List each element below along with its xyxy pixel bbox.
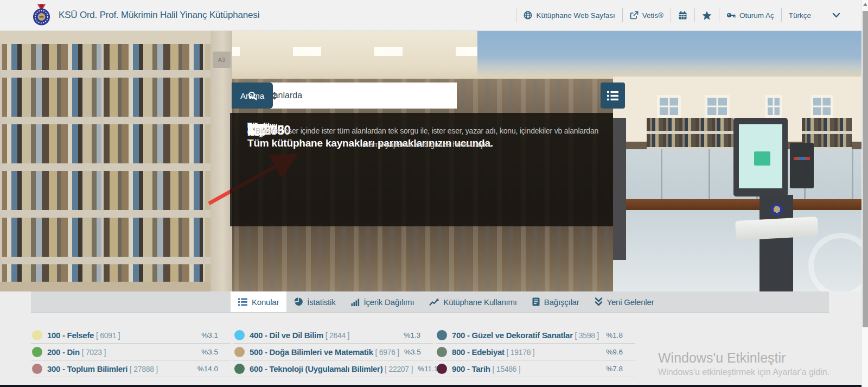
subject-count: [ 15486 ] <box>493 365 521 373</box>
header: KSÜ Ord. Prof. Mükrimin Halil Yinanç Küt… <box>0 0 861 31</box>
nav-login[interactable]: Oturum Aç <box>719 8 781 22</box>
page-title: KSÜ Ord. Prof. Mükrimin Halil Yinanç Küt… <box>59 10 259 21</box>
subject-color-dot <box>437 364 447 374</box>
photo-wood-rail <box>613 199 861 210</box>
subject-percent: %7.8 <box>606 365 634 373</box>
nav-expand[interactable] <box>818 8 847 22</box>
photo-window <box>765 95 782 118</box>
subject-count: [ 7023 ] <box>82 348 106 357</box>
book-icon <box>532 297 540 306</box>
bar-chart-icon <box>351 298 360 306</box>
subject-percent: %14.0 <box>197 365 229 373</box>
tab-istatistik[interactable]: İstatistik <box>286 291 343 312</box>
tagline-description: Binlerce eser içinde ister tüm alanlarda… <box>247 124 607 151</box>
subject-percent: %3.5 <box>201 348 229 356</box>
nav-library-website-label: Kütüphane Web Sayfası <box>536 11 615 20</box>
taskbar-edge <box>0 385 868 387</box>
subject-count: [ 6091 ] <box>96 331 120 340</box>
tab-bagiscilar[interactable]: Bağışçılar <box>525 291 587 312</box>
advanced-list-button[interactable] <box>601 83 625 109</box>
nav-vetis[interactable]: Vetis® <box>622 8 671 22</box>
subject-label: 200 - Din [ 7023 ] <box>47 347 106 357</box>
photo-window <box>810 95 833 118</box>
tab-kutuphane-kullanimi[interactable]: Kütüphane Kullanımı <box>422 291 524 312</box>
nav-calendar[interactable] <box>671 8 694 22</box>
calendar-icon <box>678 11 687 20</box>
photo-bookshelves <box>0 31 212 291</box>
kiosk-screen-tile <box>754 151 770 166</box>
subject-label: 300 - Toplum Bilimleri [ 27888 ] <box>47 364 158 373</box>
tab-yeni-gelenler-label: Yeni Gelenler <box>607 297 654 307</box>
subject-label: 400 - Dil ve Dil Bilim [ 2644 ] <box>250 331 349 340</box>
subject-percent: %1.3 <box>404 331 432 339</box>
subject-label: 800 - Edebiyat [ 19178 ] <box>452 347 534 357</box>
subject-row-700[interactable]: 700 - Güzel ve Dekoratif Sanatlar [ 3598… <box>436 327 635 344</box>
nav-language[interactable]: Türkçe <box>781 8 818 22</box>
subject-count: [ 27888 ] <box>130 365 158 373</box>
kiosk-indicator-lights <box>794 157 810 160</box>
subject-row-500[interactable]: 500 - Doğa Bilimleri ve Matematik [ 6976… <box>233 344 433 360</box>
photo-sky <box>477 31 861 78</box>
windows-activation-watermark: Windows'u Etkinleştir Windows'u etkinleş… <box>658 350 829 377</box>
globe-icon <box>524 11 532 20</box>
vertical-scrollbar[interactable] <box>861 0 868 387</box>
pie-chart-icon <box>294 297 303 306</box>
photo-far-bookshelf <box>647 118 733 149</box>
double-chevron-down-icon <box>595 297 603 306</box>
subject-row-300[interactable]: 300 - Toplum Bilimleri [ 27888 ]%14.0 <box>31 360 231 377</box>
subject-label: 500 - Doğa Bilimleri ve Matematik [ 6976… <box>250 347 399 357</box>
subject-row-800[interactable]: 800 - Edebiyat [ 19178 ]%9.6 <box>436 344 635 360</box>
tab-konular[interactable]: Konular <box>231 291 286 312</box>
tab-yeni-gelenler[interactable]: Yeni Gelenler <box>587 291 662 312</box>
subject-label: 100 - Felsefe [ 6091 ] <box>47 331 120 340</box>
subject-color-dot <box>32 347 42 357</box>
subject-row-900[interactable]: 900 - Tarih [ 15486 ]%7.8 <box>436 360 635 377</box>
subject-count: [ 19178 ] <box>507 348 535 357</box>
subject-color-dot <box>234 364 245 374</box>
tab-bagiscilar-label: Bağışçılar <box>544 297 579 307</box>
subject-color-dot <box>234 330 245 340</box>
scrollbar-up-arrow[interactable] <box>863 3 867 6</box>
subject-label: 600 - Teknoloji (Uygulamalı Bilimler) [ … <box>250 364 413 373</box>
nav-login-label: Oturum Aç <box>739 11 774 20</box>
tab-icerik-dagilimi-label: İçerik Dağılımı <box>364 297 414 307</box>
kiosk-logo <box>770 204 783 217</box>
external-link-icon <box>630 11 639 20</box>
list-icon <box>607 91 618 101</box>
line-chart-icon <box>429 298 439 306</box>
nav-library-website[interactable]: Kütüphane Web Sayfası <box>516 8 622 22</box>
subject-color-dot <box>234 347 245 357</box>
search-bar: Tüm Alanlarda Arama <box>232 83 457 109</box>
watermark-subtitle: Windows'u etkinleştirmek için Ayarlar'a … <box>658 367 829 377</box>
search-button[interactable]: Arama <box>232 83 273 109</box>
subject-color-dot <box>32 330 42 340</box>
subject-row-600[interactable]: 600 - Teknoloji (Uygulamalı Bilimler) [ … <box>233 360 433 377</box>
subject-row-400[interactable]: 400 - Dil ve Dil Bilim [ 2644 ]%1.3 <box>233 327 433 344</box>
key-icon <box>726 11 736 20</box>
tab-istatistik-label: İstatistik <box>307 297 335 307</box>
shelf-sign: A3 <box>213 52 231 68</box>
photo-window <box>657 95 681 118</box>
subject-distribution-list: 100 - Felsefe [ 6091 ]%3.1 200 - Din [ 7… <box>31 327 635 377</box>
section-tabs: Konular İstatistik İçerik Dağılımı Kütüp… <box>31 291 829 313</box>
subject-percent: %9.6 <box>606 348 634 356</box>
scrollbar-thumb[interactable] <box>863 11 868 327</box>
nav-favorites[interactable] <box>694 8 719 22</box>
subject-color-dot <box>437 347 447 357</box>
subject-row-100[interactable]: 100 - Felsefe [ 6091 ]%3.1 <box>31 327 231 344</box>
subject-color-dot <box>437 330 447 340</box>
subject-row-200[interactable]: 200 - Din [ 7023 ]%3.5 <box>31 344 231 360</box>
chevron-down-icon <box>832 12 840 18</box>
subject-percent: %1.8 <box>606 331 634 339</box>
subject-percent: %3.1 <box>201 331 229 339</box>
tab-icerik-dagilimi[interactable]: İçerik Dağılımı <box>343 291 422 312</box>
nav-language-label: Türkçe <box>789 11 811 20</box>
subject-count: [ 22207 ] <box>385 365 413 373</box>
search-button-label: Arama <box>240 91 264 100</box>
top-navigation: Kütüphane Web Sayfası Vetis® Oturum Aç T… <box>516 8 847 22</box>
library-logo-brand[interactable]: KSÜ Ord. Prof. Mükrimin Halil Yinanç Küt… <box>31 4 259 27</box>
stats-panel: Kitap109.030 e-Kitap66.236 Süreli Sayı14… <box>230 113 613 226</box>
watermark-title: Windows'u Etkinleştir <box>658 350 829 366</box>
tab-kutuphane-kullanimi-label: Kütüphane Kullanımı <box>443 297 516 307</box>
subject-count: [ 3598 ] <box>575 331 599 340</box>
